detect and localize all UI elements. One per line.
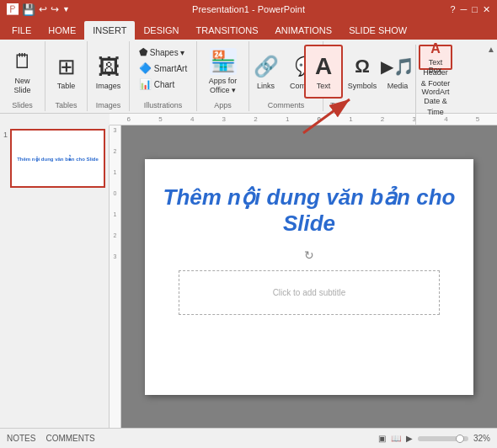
images-group-label: Images	[96, 101, 121, 109]
ribbon-tabs: FILE HOME INSERT DESIGN TRANSITIONS ANIM…	[0, 19, 497, 40]
slide-thumbnail[interactable]: Thêm nội dung văn bản cho Slide	[10, 129, 105, 188]
ribbon: 🗒 NewSlide Slides ⊞ Table Tables 🖼 Image…	[0, 40, 497, 114]
title-bar-left: 🅿 💾 ↩ ↪ ▼	[7, 3, 70, 16]
table-button[interactable]: ⊞ Table	[48, 45, 85, 99]
slide-thumb-text: Thêm nội dung văn bản cho Slide	[15, 154, 100, 163]
new-slide-button[interactable]: 🗒 NewSlide	[4, 45, 41, 99]
ribbon-group-slides: 🗒 NewSlide Slides	[0, 41, 45, 111]
images-button[interactable]: 🖼 Images	[90, 45, 127, 99]
links-icon: 🔗	[253, 53, 280, 80]
media-label: Media	[387, 82, 409, 90]
close-button[interactable]: ✕	[483, 4, 490, 15]
header-footer-button[interactable]: Header & Footer	[419, 71, 452, 84]
textbox-icon: A	[430, 41, 441, 56]
illustrations-group-label: Illustrations	[144, 101, 183, 109]
tab-animations[interactable]: ANIMATIONS	[267, 21, 341, 40]
table-label: Table	[57, 82, 76, 90]
tab-slideshow[interactable]: SLIDE SHOW	[340, 21, 415, 40]
header-footer-label: Header	[423, 68, 448, 77]
slides-group-label: Slides	[12, 101, 33, 109]
restore-button[interactable]: □	[472, 4, 478, 14]
date-time-label: Date &	[424, 97, 447, 105]
main-area: 1 Thêm nội dung văn bản cho Slide 321012…	[0, 125, 497, 428]
date-time-label2: Time	[427, 108, 444, 116]
tab-design[interactable]: DESIGN	[135, 21, 187, 40]
view-slideshow[interactable]: ▶	[406, 434, 413, 443]
rotate-handle: ↻	[145, 248, 473, 262]
media-button[interactable]: ▶🎵 Media	[382, 45, 414, 99]
notes-button[interactable]: NOTES	[7, 434, 35, 443]
text-label: Text	[317, 82, 331, 90]
apps-button[interactable]: 🏪 Apps forOffice ▾	[205, 45, 242, 99]
smartart-button[interactable]: 🔷 SmartArt	[136, 61, 190, 76]
comments-button[interactable]: COMMENTS	[45, 434, 94, 443]
zoom-slider[interactable]	[418, 436, 468, 441]
tab-home[interactable]: HOME	[40, 21, 84, 40]
vertical-ruler: 3210123	[110, 125, 121, 428]
slide-title: Thêm nội dung văn bản cho Slide	[145, 159, 473, 245]
apps-group-label: Apps	[214, 101, 232, 109]
text-group-label: Text	[330, 101, 345, 109]
images-label: Images	[96, 82, 121, 90]
images-icon: 🖼	[95, 53, 122, 80]
status-left: NOTES COMMENTS	[7, 434, 95, 443]
title-bar-controls: ? ─ □ ✕	[450, 4, 490, 15]
status-right: ▣ 📖 ▶ 32%	[378, 434, 490, 443]
symbols-label: Symbols	[348, 82, 377, 90]
ribbon-group-illustrations: ⬟ Shapes ▾ 🔷 SmartArt 📊 Chart Illustrati…	[130, 41, 197, 111]
shapes-icon: ⬟	[139, 46, 147, 58]
canvas-area: 3210123 Thêm nội dung văn bản cho Slide …	[110, 125, 497, 428]
slide-panel: 1 Thêm nội dung văn bản cho Slide	[0, 125, 110, 428]
ribbon-group-images: 🖼 Images Images	[88, 41, 130, 111]
tab-file[interactable]: FILE	[3, 21, 40, 40]
quick-access-save[interactable]: 💾	[22, 3, 35, 16]
date-time-button[interactable]: Date & Time	[419, 99, 452, 113]
quick-access-redo[interactable]: ↪	[51, 3, 59, 15]
comments-group-label: Comments	[268, 101, 305, 109]
smartart-icon: 🔷	[139, 62, 152, 74]
app-icon: 🅿	[7, 3, 19, 16]
chart-button[interactable]: 📊 Chart	[136, 77, 178, 92]
zoom-level[interactable]: 32%	[473, 434, 490, 443]
ribbon-group-tables: ⊞ Table Tables	[45, 41, 88, 111]
links-button[interactable]: 🔗 Links	[248, 45, 285, 99]
links-label: Links	[257, 82, 275, 90]
customize-qat[interactable]: ▼	[62, 5, 70, 13]
help-button[interactable]: ?	[450, 4, 455, 14]
chart-icon: 📊	[139, 78, 152, 90]
tables-group-label: Tables	[55, 101, 77, 109]
quick-access-undo[interactable]: ↩	[39, 3, 47, 15]
ribbon-group-apps: 🏪 Apps forOffice ▾ Apps	[197, 41, 249, 111]
shapes-label: Shapes ▾	[150, 48, 185, 57]
subtitle-placeholder[interactable]: Click to add subtitle	[179, 270, 440, 315]
ribbon-collapse-arrow[interactable]: ▲	[487, 45, 495, 54]
text-button[interactable]: A Text	[304, 45, 343, 99]
symbols-button[interactable]: Ω Symbols	[345, 45, 380, 99]
media-icon: ▶🎵	[384, 53, 411, 80]
table-icon: ⊞	[53, 53, 80, 80]
apps-icon: 🏪	[210, 48, 237, 75]
status-bar: NOTES COMMENTS ▣ 📖 ▶ 32%	[0, 428, 497, 448]
symbols-icon: Ω	[349, 53, 376, 80]
wordart-label: WordArt	[422, 88, 450, 96]
new-slide-label: NewSlide	[13, 77, 30, 95]
title-bar: 🅿 💾 ↩ ↪ ▼ Presentation1 - PowerPoint ? ─…	[0, 0, 497, 19]
slide-number: 1	[3, 131, 8, 139]
ribbon-group-text-large: A Text Ω Symbols ▶🎵 Media A TextBox Hea	[323, 41, 433, 111]
zoom-thumb	[456, 435, 464, 443]
tab-insert[interactable]: INSERT	[84, 21, 135, 40]
minimize-button[interactable]: ─	[461, 4, 468, 14]
tab-transitions[interactable]: TRANSITIONS	[188, 21, 267, 40]
shapes-button[interactable]: ⬟ Shapes ▾	[136, 45, 189, 60]
smartart-label: SmartArt	[154, 64, 187, 73]
apps-label: Apps forOffice ▾	[209, 77, 238, 95]
text-icon: A	[310, 53, 337, 80]
slide-canvas: Thêm nội dung văn bản cho Slide ↻ Click …	[145, 159, 473, 395]
view-normal[interactable]: ▣	[378, 434, 386, 443]
chart-label: Chart	[154, 80, 174, 89]
textbox-button[interactable]: A TextBox	[419, 45, 452, 70]
new-slide-icon: 🗒	[9, 48, 36, 75]
window-title: Presentation1 - PowerPoint	[192, 4, 305, 14]
view-reading[interactable]: 📖	[391, 434, 401, 443]
